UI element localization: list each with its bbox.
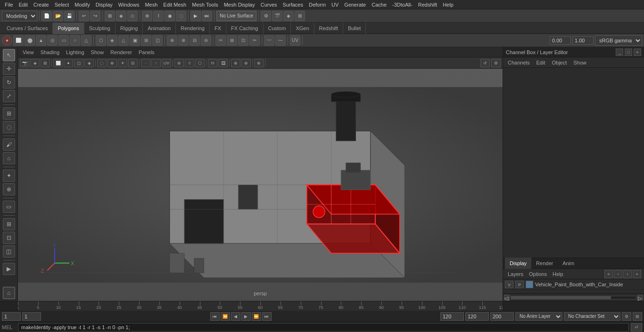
vp-snap-btn[interactable]: ⊕ xyxy=(231,59,240,67)
menu-curves[interactable]: Curves xyxy=(258,0,280,9)
undo-btn[interactable]: ↩ xyxy=(79,11,89,21)
vp-shadow-btn[interactable]: ◌ xyxy=(97,59,107,67)
workspace-dropdown[interactable]: Modeling xyxy=(2,11,37,21)
layer-prev-btn[interactable]: ‹ xyxy=(614,270,622,278)
menu-mesh-display[interactable]: Mesh Display xyxy=(221,0,258,9)
playback-extra-btn[interactable]: ⊞ xyxy=(633,312,642,321)
combine-btn[interactable]: ⊕ xyxy=(167,35,177,46)
snap-surface-btn[interactable]: ◌ xyxy=(176,11,186,21)
layers-menu-options[interactable]: Options xyxy=(527,271,549,277)
scroll-right-btn[interactable]: ▷ xyxy=(637,295,643,300)
separate-btn[interactable]: ⊗ xyxy=(178,35,189,46)
vp-menu-panels[interactable]: Panels xyxy=(137,49,157,55)
grid-toggle-btn[interactable]: ⊞ xyxy=(3,218,15,230)
vp-light-btn[interactable]: ☀ xyxy=(118,59,127,67)
skip-to-end-btn[interactable]: ⏭ xyxy=(262,312,272,321)
menu-mesh-tools[interactable]: Mesh Tools xyxy=(189,0,221,9)
menu-deform[interactable]: Deform xyxy=(306,0,329,9)
vp-camera-btn[interactable]: 📷 xyxy=(20,59,29,67)
uv-editor-btn[interactable]: UV xyxy=(290,35,300,46)
soft-select-btn[interactable]: ◌ xyxy=(3,121,15,133)
menu-display[interactable]: Display xyxy=(93,0,116,9)
multi-cut-btn[interactable]: ✂ xyxy=(249,35,260,46)
menu-uv[interactable]: UV xyxy=(329,0,341,9)
menu-select[interactable]: Select xyxy=(52,0,72,9)
poly-cylinder-btn[interactable]: ⬤ xyxy=(25,35,35,46)
layer-next-btn[interactable]: › xyxy=(623,270,632,278)
vp-isolate-btn[interactable]: ⊛ xyxy=(174,59,184,67)
menu-file[interactable]: File xyxy=(2,0,16,9)
menu-help[interactable]: Help xyxy=(440,0,456,9)
tab-bullet[interactable]: Bullet xyxy=(343,23,366,34)
vp-select-btn[interactable]: ◈ xyxy=(30,59,40,67)
cmd-enter-btn[interactable]: ⏎ xyxy=(631,323,642,332)
cb-maximize-btn[interactable]: □ xyxy=(625,49,632,56)
skip-to-start-btn[interactable]: ⏮ xyxy=(210,312,220,321)
scale-tool-btn[interactable]: ⤢ xyxy=(3,90,15,102)
camera-pivot-btn[interactable]: ⊡ xyxy=(3,232,15,244)
translate-x-field[interactable] xyxy=(550,36,571,45)
snap-point-btn[interactable]: ◉ xyxy=(165,11,175,21)
offset-loop-btn[interactable]: ⊡ xyxy=(238,35,248,46)
mirror-btn[interactable]: ⊟ xyxy=(190,35,200,46)
tab-xgen[interactable]: XGen xyxy=(291,23,314,34)
tab-polygons[interactable]: Polygons xyxy=(53,23,84,34)
snap-grid-btn[interactable]: ⊕ xyxy=(142,11,152,21)
tab-display[interactable]: Display xyxy=(505,258,531,269)
render-view-btn[interactable]: 🎬 xyxy=(272,11,282,21)
home-btn[interactable]: ⌂ xyxy=(3,287,15,299)
step-back-btn[interactable]: ⏪ xyxy=(221,312,230,321)
vp-shaded-btn[interactable]: ◈ xyxy=(84,59,94,67)
poly-pyramid-btn[interactable]: △ xyxy=(81,35,91,46)
render-globals-btn[interactable]: ⊞ xyxy=(295,11,305,21)
menu-surfaces[interactable]: Surfaces xyxy=(280,0,306,9)
vp-uvs-btn[interactable]: UV xyxy=(162,59,171,67)
vp-normals-btn[interactable]: ↑ xyxy=(151,59,161,67)
cb-menu-edit[interactable]: Edit xyxy=(533,57,548,68)
layer-end-btn[interactable]: » xyxy=(633,270,641,278)
extrude-btn[interactable]: ⊞ xyxy=(141,35,151,46)
vp-menu-lighting[interactable]: Lighting xyxy=(64,49,86,55)
poly-torus-btn[interactable]: ◎ xyxy=(47,35,58,46)
play-back-btn[interactable]: ◀ xyxy=(231,312,240,321)
menu-cache[interactable]: Cache xyxy=(369,0,389,9)
range-end-input[interactable]: 200 xyxy=(490,312,514,321)
tab-rendering[interactable]: Rendering xyxy=(176,23,210,34)
save-file-btn[interactable]: 💾 xyxy=(64,11,74,21)
vp-hud-btn[interactable]: H xyxy=(208,59,217,67)
vp-bookmark-btn[interactable]: ⊕ xyxy=(254,59,264,67)
boolean-btn[interactable]: ⊖ xyxy=(201,35,211,46)
current-frame-input[interactable]: 1 xyxy=(2,312,21,321)
bevel-btn[interactable]: ◫ xyxy=(152,35,163,46)
vp-aa-btn[interactable]: ⊟ xyxy=(128,59,138,67)
vp-pivot-btn[interactable]: ⊗ xyxy=(241,59,251,67)
xray-btn[interactable]: ◫ xyxy=(3,245,15,258)
vp-menu-renderer[interactable]: Renderer xyxy=(108,49,134,55)
select-object-btn[interactable]: ◈ xyxy=(116,11,126,21)
tab-curves-surfaces[interactable]: Curves / Surfaces xyxy=(2,23,53,34)
render-btn[interactable]: ▶ xyxy=(190,11,201,21)
layer-p-btn[interactable]: P xyxy=(515,281,524,288)
vp-wireframe-btn[interactable]: ⬜ xyxy=(53,59,63,67)
hypershade-btn[interactable]: ◈ xyxy=(283,11,294,21)
poly-disk-btn[interactable]: ○ xyxy=(70,35,80,46)
menu-mesh[interactable]: Mesh xyxy=(142,0,160,9)
vp-menu-shading[interactable]: Shading xyxy=(39,49,61,55)
live-surface-btn[interactable]: No Live Surface xyxy=(216,11,256,21)
open-file-btn[interactable]: 📂 xyxy=(53,11,63,21)
rotate-tool-btn[interactable]: ↻ xyxy=(3,76,15,89)
menu-redshift[interactable]: Redshift xyxy=(415,0,440,9)
layer-v-btn[interactable]: V xyxy=(505,281,513,288)
poly-cone-btn[interactable]: ▲ xyxy=(36,35,46,46)
render-seq-btn[interactable]: ⏭ xyxy=(202,11,212,21)
triangulate-btn[interactable]: △ xyxy=(118,35,129,46)
tab-custom[interactable]: Custom xyxy=(264,23,291,34)
quadrangulate-btn[interactable]: ▣ xyxy=(130,35,140,46)
color-profile-dropdown[interactable]: sRGB gamma xyxy=(595,35,642,46)
universal-manip-btn[interactable]: ⊞ xyxy=(3,107,15,120)
vp-smooth-btn[interactable]: ● xyxy=(64,59,73,67)
scrollbar-thumb[interactable] xyxy=(511,296,611,299)
layers-menu-help[interactable]: Help xyxy=(551,271,565,277)
vp-ao-btn[interactable]: ⊕ xyxy=(107,59,117,67)
uncrease-btn[interactable]: ⁓ xyxy=(275,35,286,46)
